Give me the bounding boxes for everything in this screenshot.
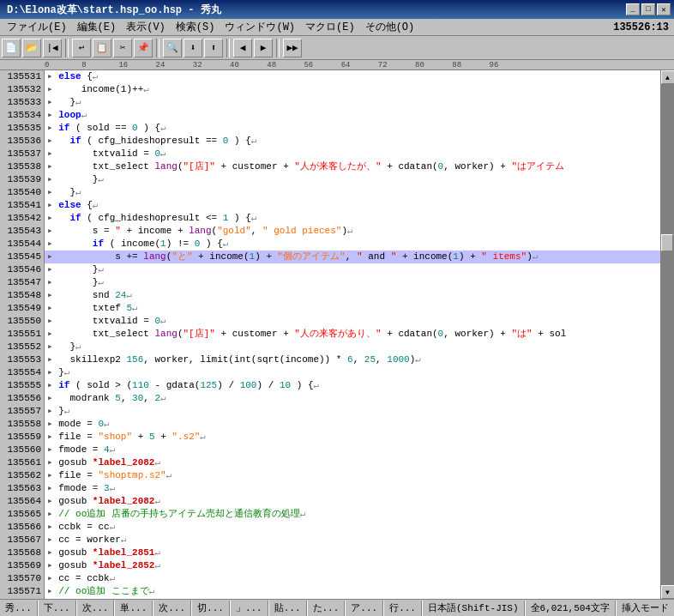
- ln-32: 135562: [0, 469, 41, 482]
- menu-other[interactable]: その他(O): [360, 18, 420, 36]
- ln-20: 135550: [0, 315, 41, 328]
- menu-macro[interactable]: マクロ(E): [300, 18, 360, 36]
- ln-18: 135548: [0, 289, 41, 302]
- maximize-button[interactable]: □: [641, 3, 655, 15]
- tb-cut[interactable]: ✂: [113, 39, 132, 57]
- code-line-135532: ▸ income(1)++↵: [45, 83, 660, 96]
- ln-8: 135538: [0, 160, 41, 173]
- ln-6: 135536: [0, 135, 41, 148]
- code-line-135554: ▸ }↵: [45, 366, 660, 379]
- ln-23: 135553: [0, 353, 41, 366]
- code-line-135572: ▸ return↵: [45, 598, 660, 599]
- status-cut[interactable]: 切...: [191, 601, 230, 616]
- tb-run[interactable]: ▶▶: [283, 39, 302, 57]
- code-line-135566: ▸ ccbk = cc↵: [45, 521, 660, 534]
- menu-edit[interactable]: 編集(E): [72, 18, 122, 36]
- ln-12: 135542: [0, 212, 41, 225]
- code-line-135547: ▸ }↵: [45, 276, 660, 289]
- code-line-135541: ▸ else {↵: [45, 199, 660, 212]
- status-goto[interactable]: 行...: [383, 601, 422, 616]
- status-a[interactable]: ア...: [345, 601, 383, 616]
- status-next2[interactable]: 次...: [153, 601, 191, 616]
- ln-40: 135570: [0, 572, 41, 585]
- ln-14: 135544: [0, 238, 41, 251]
- status-hidemaru[interactable]: 秀...: [0, 601, 38, 616]
- ln-39: 135569: [0, 559, 41, 572]
- status-next[interactable]: 次...: [76, 601, 115, 616]
- status-bar: 秀... 下... 次... 単... 次... 切... 」... 貼... …: [0, 599, 674, 616]
- menu-file[interactable]: ファイル(E): [2, 18, 72, 36]
- code-line-135562: ▸ file = "shoptmp.s2"↵: [45, 469, 660, 482]
- status-ta[interactable]: た...: [307, 601, 346, 616]
- tb-copy[interactable]: 📋: [93, 39, 111, 57]
- code-line-135557: ▸ }↵: [45, 405, 660, 418]
- ln-4: 135534: [0, 109, 41, 122]
- ln-38: 135568: [0, 547, 41, 559]
- ln-26: 135556: [0, 392, 41, 405]
- code-line-135570: ▸ cc = ccbk↵: [45, 572, 660, 585]
- status-down[interactable]: 下...: [38, 601, 76, 616]
- ln-34: 135564: [0, 495, 41, 508]
- code-line-135539: ▸ }↵: [45, 173, 660, 186]
- code-line-135535: ▸ if ( sold == 0 ) {↵: [45, 122, 660, 135]
- minimize-button[interactable]: _: [626, 3, 640, 15]
- close-button[interactable]: ✕: [657, 3, 671, 15]
- scroll-down-button[interactable]: ▼: [661, 585, 675, 599]
- code-line-135567: ▸ cc = worker↵: [45, 534, 660, 547]
- code-line-135558: ▸ mode = 0↵: [45, 418, 660, 431]
- code-line-135552: ▸ }↵: [45, 341, 660, 353]
- code-line-135550: ▸ txtvalid = 0↵: [45, 315, 660, 328]
- tb-search[interactable]: 🔍: [163, 39, 182, 57]
- code-line-135549: ▸ txtef 5↵: [45, 302, 660, 315]
- menu-view[interactable]: 表示(V): [121, 18, 171, 36]
- ln-29: 135559: [0, 431, 41, 444]
- line-numbers: 135531 135532 135533 135534 135535 13553…: [0, 70, 45, 599]
- ln-10: 135540: [0, 186, 41, 199]
- code-line-135560: ▸ fmode = 4↵: [45, 444, 660, 456]
- tb-search-up[interactable]: ⬆: [204, 39, 223, 57]
- code-editor[interactable]: ▸ else {↵ ▸ income(1)++↵ ▸ }↵ ▸ loop↵ ▸ …: [45, 70, 660, 599]
- tb-left[interactable]: ◀: [233, 39, 252, 57]
- ln-1: 135531: [0, 70, 41, 83]
- tb-new[interactable]: 📄: [2, 39, 21, 57]
- code-line-135533: ▸ }↵: [45, 96, 660, 109]
- scroll-track[interactable]: [661, 84, 675, 585]
- tb-right[interactable]: ▶: [254, 39, 273, 57]
- status-bracket[interactable]: 」...: [230, 601, 268, 616]
- code-line-135536: ▸ if ( cfg_hideshopresult == 0 ) {↵: [45, 135, 660, 148]
- tb-begin[interactable]: |◀: [43, 39, 62, 57]
- ln-7: 135537: [0, 148, 41, 160]
- ln-22: 135552: [0, 341, 41, 353]
- code-line-135548: ▸ snd 24↵: [45, 289, 660, 302]
- status-tan[interactable]: 単...: [114, 601, 153, 616]
- window-controls: _ □ ✕: [626, 3, 671, 15]
- tb-open[interactable]: 📂: [22, 39, 41, 57]
- ruler: 0 8 16 24 32 40 48 56 64 72 80 88 96: [0, 60, 674, 70]
- tb-search-down[interactable]: ⬇: [184, 39, 202, 57]
- ln-21: 135551: [0, 328, 41, 341]
- tb-paste[interactable]: 📌: [134, 39, 153, 57]
- cursor-position: 135526:13: [613, 21, 672, 33]
- toolbar: 📄 📂 |◀ ↩ 📋 ✂ 📌 🔍 ⬇ ⬆ ◀ ▶ ▶▶: [0, 36, 674, 60]
- scroll-up-button[interactable]: ▲: [661, 70, 675, 84]
- ln-35: 135565: [0, 508, 41, 521]
- code-line-135571: ▸ // oo追加 ここまで↵: [45, 585, 660, 598]
- ln-36: 135566: [0, 521, 41, 534]
- code-line-135565: ▸ // oo追加 店番の手持ちアイテム売却と通信教育の処理↵: [45, 508, 660, 521]
- status-insertmode: 挿入モード: [616, 601, 674, 616]
- main-area: 135531 135532 135533 135534 135535 13553…: [0, 70, 674, 599]
- menu-window[interactable]: ウィンドウ(W): [220, 18, 300, 36]
- scroll-thumb[interactable]: [661, 234, 673, 251]
- code-line-135563: ▸ fmode = 3↵: [45, 482, 660, 495]
- ln-41: 135571: [0, 585, 41, 598]
- ln-19: 135549: [0, 302, 41, 315]
- window-title: D:\Elona改革\start.hsp_oo.hsp - 秀丸: [3, 3, 221, 17]
- ln-13: 135543: [0, 225, 41, 238]
- menu-search[interactable]: 検索(S): [171, 18, 220, 36]
- code-line-135553: ▸ skillexp2 156, worker, limit(int(sqrt(…: [45, 353, 660, 366]
- status-paste[interactable]: 貼...: [268, 601, 307, 616]
- scrollbar-vertical[interactable]: ▲ ▼: [660, 70, 674, 599]
- status-charcount: 全6,021,504文字: [525, 601, 616, 616]
- ln-3: 135533: [0, 96, 41, 109]
- tb-undo[interactable]: ↩: [72, 39, 91, 57]
